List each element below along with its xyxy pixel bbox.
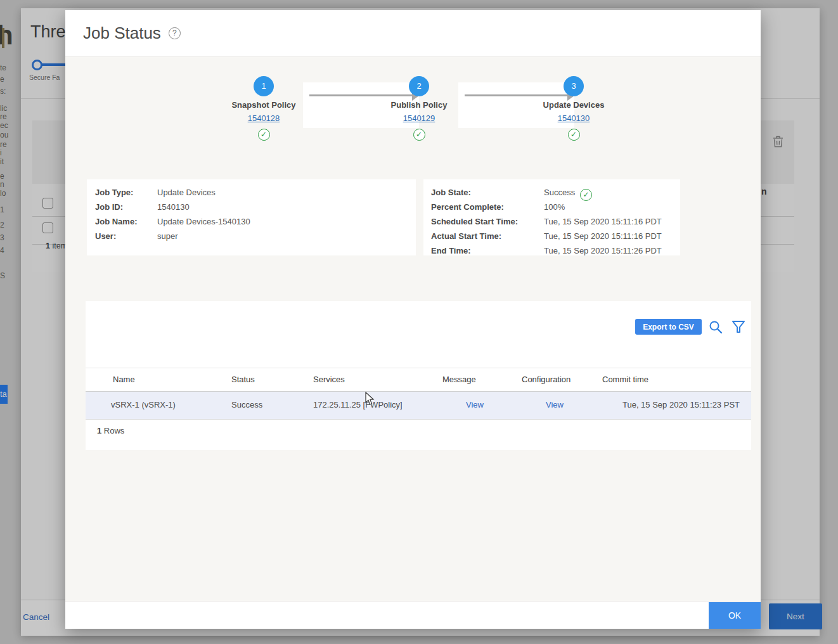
step-success-icon: ✓ — [365, 128, 473, 141]
filter-icon[interactable] — [731, 319, 746, 335]
detail-value: 100% — [544, 200, 565, 214]
detail-value: Tue, 15 Sep 2020 15:11:16 PDT — [544, 229, 662, 243]
configuration-view-link[interactable]: View — [546, 400, 564, 409]
modal-header: Job Status ? — [65, 10, 761, 57]
step-label: Snapshot Policy — [210, 100, 318, 110]
cell-name: vSRX-1 (vSRX-1) — [111, 400, 176, 409]
detail-value: Tue, 15 Sep 2020 15:11:26 PDT — [544, 243, 662, 258]
detail-label: Scheduled Start Time: — [431, 214, 518, 229]
step-success-icon: ✓ — [210, 128, 318, 141]
cell-status: Success — [231, 400, 262, 409]
detail-value: Update Devices — [157, 185, 216, 200]
cell-services: 172.25.11.25 [FWPolicy] — [313, 400, 403, 409]
modal-body: 1 Snapshot Policy 1540128 ✓ 2 Publish Po… — [65, 57, 761, 601]
success-check-icon: ✓ — [580, 187, 592, 202]
modal-footer: OK — [65, 601, 761, 629]
step-label: Update Devices — [520, 100, 628, 110]
column-header-services[interactable]: Services — [313, 375, 345, 384]
detail-label: Actual Start Time: — [431, 229, 501, 243]
job-id-link[interactable]: 1540128 — [248, 113, 280, 123]
column-header-configuration[interactable]: Configuration — [522, 375, 570, 384]
search-icon[interactable] — [708, 319, 723, 335]
column-header-message[interactable]: Message — [442, 375, 476, 384]
detail-value: 1540130 — [157, 200, 190, 214]
ok-button[interactable]: OK — [709, 602, 761, 629]
column-header-name[interactable]: Name — [113, 375, 135, 384]
step-snapshot-policy: 1 Snapshot Policy 1540128 ✓ — [210, 76, 318, 141]
job-details-panel: Job Type:Update Devices Job ID:1540130 J… — [87, 179, 416, 255]
job-id-link[interactable]: 1540129 — [403, 113, 435, 123]
message-view-link[interactable]: View — [466, 400, 484, 409]
step-number-badge: 2 — [409, 76, 429, 96]
row-count: 1 Rows — [97, 426, 124, 435]
step-update-devices: 3 Update Devices 1540130 ✓ — [520, 76, 628, 141]
detail-label: Percent Complete: — [431, 200, 504, 214]
device-results-table: Export to CSV Name Status Services Messa… — [86, 301, 751, 450]
help-icon[interactable]: ? — [169, 27, 181, 39]
export-to-csv-button[interactable]: Export to CSV — [635, 319, 702, 335]
detail-value: Update Devices-1540130 — [157, 214, 250, 229]
detail-label: Job Name: — [95, 214, 137, 229]
step-label: Publish Policy — [365, 100, 473, 110]
detail-label: End Time: — [431, 243, 471, 258]
detail-value: super — [157, 229, 178, 243]
detail-label: User: — [95, 229, 116, 243]
mouse-cursor — [365, 392, 375, 406]
cell-commit-time: Tue, 15 Sep 2020 15:11:23 PST — [622, 400, 740, 409]
step-number-badge: 1 — [254, 76, 274, 96]
detail-label: Job ID: — [95, 200, 123, 214]
step-success-icon: ✓ — [520, 128, 628, 141]
detail-value: Tue, 15 Sep 2020 15:11:16 PDT — [544, 214, 662, 229]
table-header-row: Name Status Services Message Configurati… — [86, 368, 751, 392]
step-number-badge: 3 — [564, 76, 584, 96]
job-state-panel: Job State:Success✓ Percent Complete:100%… — [423, 179, 680, 255]
table-row[interactable]: vSRX-1 (vSRX-1) Success 172.25.11.25 [FW… — [86, 392, 751, 420]
detail-label: Job State: — [431, 185, 471, 200]
detail-label: Job Type: — [95, 185, 133, 200]
modal-title: Job Status — [83, 23, 161, 43]
column-header-status[interactable]: Status — [231, 375, 255, 384]
screen: tees:licreecoureiitenlo1234S h ta Thre S… — [0, 0, 838, 644]
job-id-link[interactable]: 1540130 — [558, 113, 590, 123]
job-status-modal: Job Status ? 1 Snapshot Policy 1540128 ✓… — [65, 10, 761, 629]
step-publish-policy: 2 Publish Policy 1540129 ✓ — [365, 76, 473, 141]
column-header-commit-time[interactable]: Commit time — [602, 375, 648, 384]
